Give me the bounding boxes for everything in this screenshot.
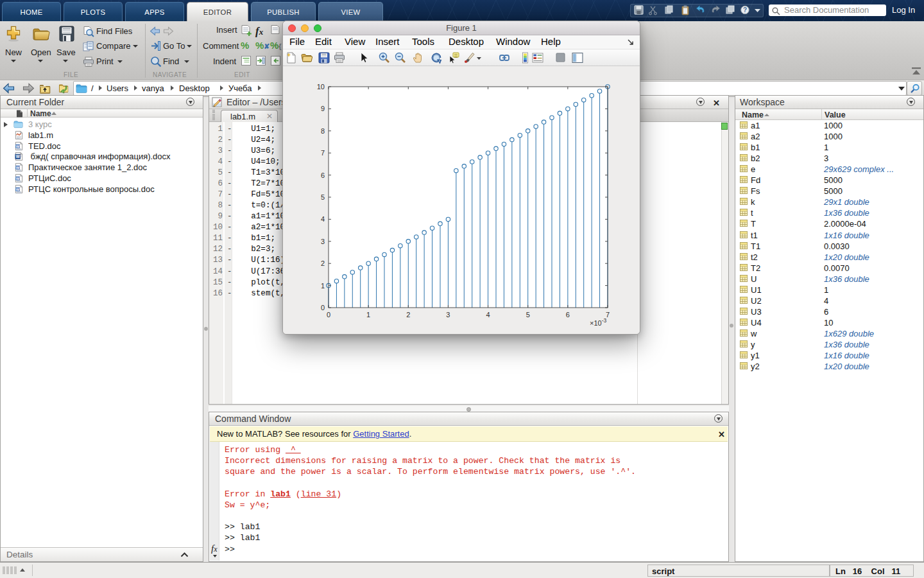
svg-text:9: 9: [321, 105, 325, 112]
svg-text:10: 10: [317, 83, 325, 91]
svg-text:4: 4: [486, 311, 490, 319]
svg-text:1: 1: [366, 311, 370, 319]
svg-text:7: 7: [321, 149, 325, 157]
svg-text:×10-3: ×10-3: [590, 317, 607, 327]
svg-text:0: 0: [327, 311, 330, 319]
svg-text:8: 8: [321, 127, 325, 135]
svg-text:0: 0: [321, 304, 325, 311]
svg-text:2: 2: [406, 311, 410, 319]
svg-text:6: 6: [321, 171, 325, 179]
svg-text:5: 5: [526, 311, 530, 319]
svg-text:2: 2: [321, 259, 325, 267]
svg-text:3: 3: [446, 311, 450, 319]
svg-text:5: 5: [321, 193, 325, 201]
svg-text:6: 6: [566, 311, 570, 319]
svg-text:1: 1: [321, 282, 325, 290]
svg-text:4: 4: [321, 215, 325, 223]
svg-text:?: ?: [743, 6, 747, 13]
svg-text:3: 3: [321, 238, 325, 245]
